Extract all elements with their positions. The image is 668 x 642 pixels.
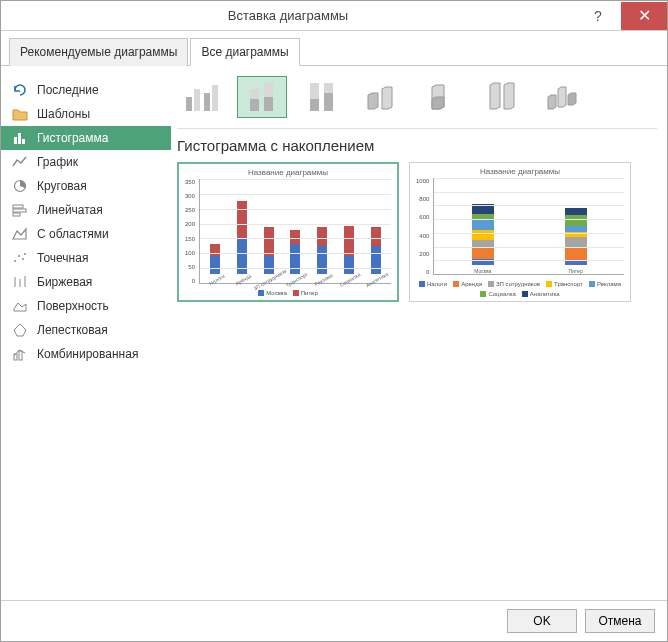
sidebar-item-scatter[interactable]: Точечная	[1, 246, 171, 270]
sidebar-item-label: Шаблоны	[37, 107, 90, 121]
sidebar-item-bar[interactable]: Линейчатая	[1, 198, 171, 222]
chart-title: Название диаграммы	[416, 167, 624, 176]
line-chart-icon	[11, 154, 29, 170]
subtype-3d-clustered-column[interactable]	[357, 76, 407, 118]
stock-chart-icon	[11, 274, 29, 290]
sidebar-item-templates[interactable]: Шаблоны	[1, 102, 171, 126]
svg-point-10	[24, 253, 26, 255]
subtype-clustered-column[interactable]	[177, 76, 227, 118]
svg-rect-18	[194, 89, 200, 111]
tab-all[interactable]: Все диаграммы	[190, 38, 299, 66]
chart-title: Название диаграммы	[185, 168, 391, 177]
svg-rect-22	[250, 99, 259, 111]
insert-chart-dialog: Вставка диаграммы ? ✕ Рекомендуемые диаг…	[0, 0, 668, 642]
svg-rect-1	[18, 133, 21, 144]
svg-rect-0	[14, 137, 17, 144]
scatter-chart-icon	[11, 250, 29, 266]
subtype-3d-stacked-column[interactable]	[417, 76, 467, 118]
svg-point-8	[18, 255, 20, 257]
sidebar-item-label: Круговая	[37, 179, 87, 193]
sidebar-item-label: График	[37, 155, 78, 169]
svg-rect-5	[13, 209, 26, 212]
bar-chart-icon	[11, 202, 29, 218]
sidebar-item-radar[interactable]: Лепестковая	[1, 318, 171, 342]
subtype-title: Гистограмма с накоплением	[177, 137, 657, 154]
sidebar-item-column[interactable]: Гистограмма	[1, 126, 171, 150]
svg-rect-2	[22, 139, 25, 144]
chart-preview-1[interactable]: Название диаграммы350300250200150100500Н…	[177, 162, 399, 302]
sidebar-item-recent[interactable]: Последние	[1, 78, 171, 102]
window-title: Вставка диаграммы	[1, 8, 575, 23]
svg-rect-19	[204, 93, 210, 111]
chart-previews: Название диаграммы350300250200150100500Н…	[177, 162, 657, 302]
sidebar-item-surface[interactable]: Поверхность	[1, 294, 171, 318]
pie-chart-icon	[11, 178, 29, 194]
column-chart-icon	[11, 130, 29, 146]
chart-category-sidebar: Последние Шаблоны Гистограмма График Кру…	[1, 74, 171, 600]
subtype-stacked-column[interactable]	[237, 76, 287, 118]
tab-recommended[interactable]: Рекомендуемые диаграммы	[9, 38, 188, 66]
svg-rect-16	[19, 351, 22, 360]
dialog-footer: OK Отмена	[1, 600, 667, 641]
titlebar: Вставка диаграммы ? ✕	[1, 1, 667, 31]
svg-rect-17	[186, 97, 192, 111]
combo-chart-icon	[11, 346, 29, 362]
tab-strip: Рекомендуемые диаграммы Все диаграммы	[1, 31, 667, 66]
subtype-3d-column[interactable]	[537, 76, 587, 118]
svg-marker-14	[14, 324, 26, 336]
svg-point-7	[14, 260, 16, 262]
svg-rect-4	[13, 205, 23, 208]
sidebar-item-stock[interactable]: Биржевая	[1, 270, 171, 294]
radar-chart-icon	[11, 322, 29, 338]
svg-rect-26	[310, 99, 319, 111]
area-chart-icon	[11, 226, 29, 242]
close-button[interactable]: ✕	[621, 2, 667, 30]
sidebar-item-line[interactable]: График	[1, 150, 171, 174]
sidebar-item-label: Биржевая	[37, 275, 92, 289]
subtype-3d-100-stacked-column[interactable]	[477, 76, 527, 118]
sidebar-item-label: Последние	[37, 83, 99, 97]
titlebar-buttons: ? ✕	[575, 2, 667, 30]
sidebar-item-label: Лепестковая	[37, 323, 108, 337]
chart-preview-2[interactable]: Название диаграммы10008006004002000Москв…	[409, 162, 631, 302]
subtype-100-stacked-column[interactable]	[297, 76, 347, 118]
svg-point-9	[22, 258, 24, 260]
folder-icon	[11, 106, 29, 122]
surface-chart-icon	[11, 298, 29, 314]
sidebar-item-area[interactable]: С областями	[1, 222, 171, 246]
close-icon: ✕	[638, 6, 651, 25]
ok-button[interactable]: OK	[507, 609, 577, 633]
sidebar-item-pie[interactable]: Круговая	[1, 174, 171, 198]
sidebar-item-label: Комбинированная	[37, 347, 138, 361]
svg-rect-6	[13, 213, 20, 216]
sidebar-item-label: С областями	[37, 227, 109, 241]
sidebar-item-label: Гистограмма	[37, 131, 108, 145]
sidebar-item-combo[interactable]: Комбинированная	[1, 342, 171, 366]
svg-rect-20	[212, 85, 218, 111]
dialog-body: Последние Шаблоны Гистограмма График Кру…	[1, 66, 667, 600]
sidebar-item-label: Линейчатая	[37, 203, 103, 217]
help-button[interactable]: ?	[575, 2, 621, 30]
svg-rect-28	[324, 93, 333, 111]
undo-icon	[11, 82, 29, 98]
cancel-button[interactable]: Отмена	[585, 609, 655, 633]
sidebar-item-label: Точечная	[37, 251, 88, 265]
subtype-row	[177, 74, 657, 129]
main-panel: Гистограмма с накоплением Название диагр…	[171, 74, 667, 600]
svg-rect-24	[264, 97, 273, 111]
sidebar-item-label: Поверхность	[37, 299, 109, 313]
